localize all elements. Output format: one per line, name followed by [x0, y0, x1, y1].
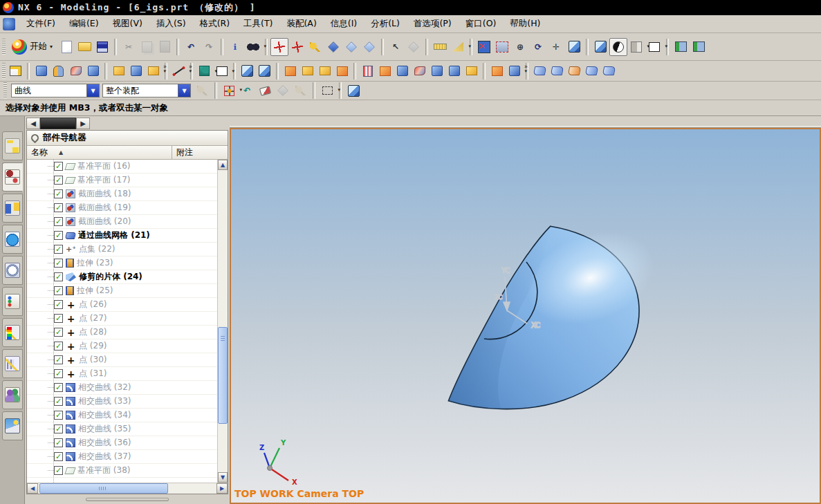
feature-tree-row[interactable]: ✓ 点集 (22) — [27, 243, 217, 256]
menu-edit[interactable]: 编辑(E) — [62, 16, 106, 32]
scrollbar-thumb[interactable] — [39, 483, 168, 494]
graphics-viewport[interactable]: YC XC ZC X Y Z TOP WORK Camera TOP — [230, 128, 821, 504]
feature-checkbox[interactable]: ✓ — [54, 176, 63, 185]
feature-tree-row[interactable]: ✓ 通过曲线网格 (21) — [27, 229, 217, 243]
line-icon[interactable]: ▾ » — [170, 63, 187, 80]
menu-insert[interactable]: 插入(S) — [149, 16, 193, 32]
zoom-box-icon[interactable] — [493, 38, 511, 56]
feature-checkbox[interactable]: ✓ — [54, 217, 63, 226]
overflow-icon[interactable]: » — [163, 64, 167, 69]
feature-checkbox[interactable]: ✓ — [54, 245, 63, 254]
pin-icon[interactable] — [30, 133, 41, 144]
feature-checkbox[interactable]: ✓ — [54, 355, 63, 364]
feature-tree-row[interactable]: ✓ 相交曲线 (34) — [27, 409, 217, 422]
menu-file[interactable]: 文件(F) — [19, 16, 62, 32]
background-icon[interactable]: ▾ — [645, 38, 663, 56]
feature-tree-row[interactable]: ✓ 相交曲线 (35) — [27, 422, 217, 436]
menu-information[interactable]: 信息(I) — [324, 16, 364, 32]
explode-assembly-icon[interactable] — [306, 38, 324, 56]
select-cursor-icon[interactable]: ↖ — [387, 38, 405, 56]
feature-checkbox[interactable]: ✓ — [54, 203, 63, 212]
scrollbar-thumb[interactable] — [218, 327, 228, 424]
datum-raise-icon[interactable] — [127, 63, 145, 80]
model-body[interactable] — [448, 215, 667, 416]
marquee-select-icon[interactable]: ▾ — [318, 82, 336, 100]
start-button[interactable]: 开始 ▾ — [7, 37, 57, 57]
overflow-icon[interactable]: » — [189, 64, 192, 69]
scroll-left-button[interactable]: ◀ — [27, 483, 38, 494]
process-studio-tab[interactable] — [2, 349, 23, 378]
feature-checkbox[interactable]: ✓ — [54, 397, 63, 406]
gallery-tab[interactable] — [2, 411, 23, 440]
datum-plane-icon[interactable]: ▾ — [213, 63, 230, 80]
new-file-icon[interactable] — [57, 38, 75, 56]
show-panel-left-icon[interactable] — [672, 38, 690, 56]
model-canvas[interactable]: YC XC ZC X Y Z TOP WORK Camera TOP — [231, 129, 820, 503]
dropdown-arrow-icon[interactable]: ▼ — [86, 84, 99, 97]
feature-tree-row[interactable]: ✓ 截面曲线 (20) — [27, 215, 217, 229]
revolve-icon[interactable] — [50, 63, 67, 80]
face-analysis-icon[interactable] — [609, 38, 627, 56]
show-panel-right-icon[interactable] — [690, 38, 708, 56]
feature-checkbox[interactable]: ✓ — [54, 259, 63, 268]
chevron-down-icon[interactable]: ▾ — [665, 44, 668, 49]
open-file-icon[interactable] — [75, 38, 93, 56]
chevron-down-icon[interactable]: ▾ — [232, 68, 234, 74]
feature-checkbox[interactable]: ✓ — [54, 424, 63, 433]
feature-checkbox[interactable]: ✓ — [54, 314, 63, 323]
reuse-library-tab[interactable] — [2, 194, 23, 223]
deselect-icon[interactable] — [405, 38, 423, 56]
bounding-box-icon[interactable] — [488, 63, 506, 80]
feature-tree-row[interactable]: ✓ 点 (31) — [27, 367, 217, 381]
feature-checkbox[interactable]: ✓ — [54, 231, 63, 240]
type-filter-dropdown[interactable]: 曲线 ▼ — [11, 84, 100, 97]
drag-icon[interactable] — [292, 82, 310, 100]
feature-tree-row[interactable]: ✓ 拉伸 (23) — [27, 256, 217, 270]
mirror-feature-icon[interactable] — [376, 63, 394, 80]
swept-icon[interactable] — [110, 63, 127, 80]
paste-icon[interactable] — [156, 38, 174, 56]
menu-preferences[interactable]: 首选项(P) — [407, 16, 459, 32]
dropdown-arrow-icon[interactable]: ▼ — [178, 84, 190, 97]
toolbar-grip[interactable] — [3, 82, 7, 99]
horizontal-scrollbar[interactable]: ◀ ▶ — [27, 483, 228, 494]
find-binoculars-icon[interactable]: ▾ — [244, 38, 262, 56]
chevron-down-icon[interactable]: ▾ — [469, 44, 472, 49]
wireframe-cube-icon[interactable] — [256, 63, 273, 80]
feature-checkbox[interactable]: ✓ — [54, 189, 63, 198]
cut-icon[interactable]: ✂ — [120, 38, 138, 56]
shaded-cube-icon[interactable] — [344, 82, 362, 100]
save-icon[interactable] — [93, 38, 111, 56]
through-curve-mesh-icon[interactable] — [548, 63, 566, 80]
scroll-right-button[interactable]: ▶ — [216, 483, 228, 494]
redo-icon[interactable]: ↷ — [200, 38, 218, 56]
pan-view-icon[interactable]: ✛ — [547, 38, 565, 56]
bounded-plane-icon[interactable] — [239, 63, 256, 80]
undo-selection-icon[interactable]: ↶ — [238, 82, 256, 100]
menu-analysis[interactable]: 分析(L) — [364, 16, 407, 32]
pager-right-button[interactable]: ▶ — [76, 118, 90, 129]
feature-tree-row[interactable]: ✓ 相交曲线 (32) — [27, 381, 217, 395]
replace-component-icon[interactable] — [360, 38, 378, 56]
pager-left-button[interactable]: ◀ — [26, 118, 40, 129]
block-icon[interactable] — [282, 63, 299, 80]
wedge-icon[interactable]: ▾ » — [506, 63, 523, 80]
visualization-tab[interactable] — [2, 318, 23, 347]
dynamic-wcs-icon[interactable] — [288, 38, 306, 56]
feature-checkbox[interactable]: ✓ — [54, 452, 63, 461]
restore-icon[interactable] — [274, 82, 292, 100]
orient-wcs-icon[interactable] — [270, 38, 288, 56]
boolean-unite-icon[interactable]: ▾ — [196, 63, 213, 80]
feature-tree-row[interactable]: ✓ 基准平面 (16) — [27, 160, 217, 174]
chevron-down-icon[interactable]: ▾ — [338, 87, 340, 93]
menu-assemblies[interactable]: 装配(A) — [279, 16, 323, 32]
hole-icon[interactable] — [445, 63, 463, 80]
feature-checkbox[interactable]: ✓ — [54, 286, 63, 295]
feature-tree-row[interactable]: ✓ 截面曲线 (18) — [27, 187, 217, 201]
pad-icon[interactable] — [463, 63, 480, 80]
dome-icon[interactable] — [411, 63, 428, 80]
eraser-icon[interactable] — [256, 82, 274, 100]
studio-surface-icon[interactable] — [583, 63, 600, 80]
corner-icon[interactable] — [333, 63, 351, 80]
bend-icon[interactable] — [299, 63, 316, 80]
